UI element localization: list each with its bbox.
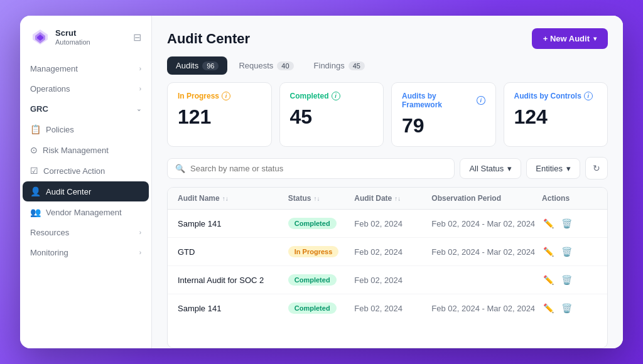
sidebar-item-grc[interactable]: GRC ⌄: [23, 99, 149, 119]
entities-filter[interactable]: Entities ▾: [526, 158, 580, 179]
col-header-audit-date: Audit Date ↑↓: [354, 194, 431, 203]
status-badge: Completed: [288, 302, 337, 314]
sidebar-item-operations[interactable]: Operations ›: [23, 79, 149, 99]
sidebar: Scrut Automation ⊟ Management › Operatio…: [20, 16, 152, 348]
audit-table: Audit Name ↑↓ Status ↑↓ Audit Date ↑↓ Ob…: [167, 187, 608, 348]
info-icon: i: [332, 92, 340, 100]
risk-management-icon: ⊙: [30, 145, 38, 155]
cell-actions: ✏️ 🗑️: [542, 274, 597, 286]
sidebar-item-vendor-management[interactable]: 👥 Vendor Management: [23, 202, 149, 222]
sort-icon: ↑↓: [394, 195, 401, 202]
chevron-down-icon: ⌄: [136, 105, 141, 112]
all-status-filter[interactable]: All Status ▾: [460, 158, 521, 179]
info-icon: i: [584, 92, 593, 100]
tab-requests[interactable]: Requests 40: [230, 56, 302, 75]
chevron-right-icon: ›: [139, 85, 141, 92]
table-header: Audit Name ↑↓ Status ↑↓ Audit Date ↑↓ Ob…: [168, 188, 607, 210]
chevron-down-icon: ▾: [507, 164, 512, 173]
status-badge: Completed: [288, 218, 337, 229]
cell-actions: ✏️ 🗑️: [542, 302, 597, 314]
table-toolbar: 🔍 All Status ▾ Entities ▾ ↻: [167, 157, 608, 179]
col-header-observation-period: Observation Period: [431, 194, 542, 203]
stat-value-by-framework: 79: [402, 114, 485, 137]
cell-observation-period: Feb 02, 2024 - Mar 02, 2024: [431, 247, 542, 257]
cell-name: GTD: [178, 247, 288, 257]
sort-icon: ↑↓: [222, 195, 229, 202]
cell-name: Internal Audit for SOC 2: [178, 276, 288, 285]
app-container: Scrut Automation ⊟ Management › Operatio…: [20, 16, 623, 348]
brand-logo-icon: [30, 27, 50, 47]
sidebar-logo: Scrut Automation ⊟: [20, 16, 151, 56]
cell-observation-period: Feb 02, 2024 - Mar 02, 2024: [431, 304, 542, 313]
cell-audit-date: Feb 02, 2024: [354, 304, 431, 313]
col-header-status: Status ↑↓: [288, 194, 354, 203]
brand-tagline: Automation: [55, 38, 90, 46]
brand-name: Scrut: [55, 28, 90, 38]
edit-button[interactable]: ✏️: [542, 302, 555, 314]
chevron-right-icon: ›: [139, 249, 141, 256]
info-icon: i: [222, 92, 230, 100]
table-row: Internal Audit for SOC 2 Completed Feb 0…: [168, 266, 607, 294]
search-input[interactable]: [190, 164, 446, 173]
cell-status: In Progress: [288, 246, 354, 257]
cell-status: Completed: [288, 218, 354, 229]
cell-name: Sample 141: [178, 304, 288, 313]
cell-actions: ✏️ 🗑️: [542, 245, 597, 258]
new-audit-chevron-icon: ▾: [593, 35, 597, 42]
col-header-actions: Actions: [542, 194, 597, 203]
status-badge: Completed: [288, 274, 337, 286]
cell-actions: ✏️ 🗑️: [542, 217, 597, 230]
page-title: Audit Center: [167, 31, 250, 47]
stat-card-by-controls: Audits by Controls i 124: [504, 82, 608, 147]
tab-requests-badge: 40: [277, 62, 293, 70]
stat-card-by-framework: Audits by Framework i 79: [391, 82, 496, 147]
stat-value-completed: 45: [290, 105, 374, 129]
sidebar-item-corrective-action[interactable]: ☑ Corrective Action: [23, 161, 149, 181]
search-box: 🔍: [167, 158, 455, 179]
delete-button[interactable]: 🗑️: [560, 245, 573, 258]
audit-center-icon: 👤: [30, 186, 41, 196]
sidebar-item-resources[interactable]: Resources ›: [23, 223, 149, 242]
main-content: Audit Center + New Audit ▾ Audits 96 Req…: [152, 16, 623, 348]
main-header: Audit Center + New Audit ▾: [152, 16, 623, 56]
sidebar-item-management[interactable]: Management ›: [23, 59, 149, 78]
sidebar-nav: Management › Operations › GRC ⌄ 📋 Polici…: [20, 56, 151, 348]
cell-audit-date: Feb 02, 2024: [354, 219, 431, 228]
col-header-name: Audit Name ↑↓: [178, 194, 288, 203]
stat-value-by-controls: 124: [514, 105, 598, 129]
corrective-action-icon: ☑: [30, 166, 38, 176]
sidebar-item-monitoring[interactable]: Monitoring ›: [23, 243, 149, 262]
delete-button[interactable]: 🗑️: [560, 302, 573, 314]
chevron-right-icon: ›: [139, 229, 141, 236]
sidebar-item-audit-center[interactable]: 👤 Audit Center: [23, 181, 149, 201]
table-row: GTD In Progress Feb 02, 2024 Feb 02, 202…: [168, 238, 607, 266]
sidebar-collapse-button[interactable]: ⊟: [133, 31, 141, 43]
tab-findings-badge: 45: [349, 62, 365, 70]
cell-observation-period: Feb 02, 2024 - Mar 02, 2024: [431, 219, 542, 228]
refresh-button[interactable]: ↻: [585, 157, 608, 179]
sidebar-item-risk-management[interactable]: ⊙ Risk Management: [23, 140, 149, 160]
sort-icon: ↑↓: [313, 195, 320, 202]
tab-findings[interactable]: Findings 45: [305, 56, 374, 75]
stat-card-in-progress: In Progress i 121: [167, 82, 272, 147]
policies-icon: 📋: [30, 124, 41, 134]
info-icon: i: [477, 96, 485, 105]
stat-value-in-progress: 121: [178, 105, 261, 129]
cell-status: Completed: [288, 302, 354, 314]
delete-button[interactable]: 🗑️: [560, 274, 573, 286]
refresh-icon: ↻: [593, 163, 600, 173]
cell-name: Sample 141: [178, 219, 288, 228]
search-icon: 🔍: [175, 164, 185, 173]
cell-audit-date: Feb 02, 2024: [354, 247, 431, 257]
edit-button[interactable]: ✏️: [542, 217, 555, 230]
edit-button[interactable]: ✏️: [542, 274, 555, 286]
delete-button[interactable]: 🗑️: [560, 217, 573, 230]
stat-card-completed: Completed i 45: [279, 82, 384, 147]
tab-audits-badge: 96: [202, 62, 219, 70]
new-audit-button[interactable]: + New Audit ▾: [532, 28, 608, 49]
tab-audits[interactable]: Audits 96: [167, 56, 227, 75]
cell-audit-date: Feb 02, 2024: [354, 276, 431, 285]
edit-button[interactable]: ✏️: [542, 245, 555, 258]
sidebar-item-policies[interactable]: 📋 Policies: [23, 119, 149, 139]
table-section: 🔍 All Status ▾ Entities ▾ ↻: [152, 157, 623, 348]
